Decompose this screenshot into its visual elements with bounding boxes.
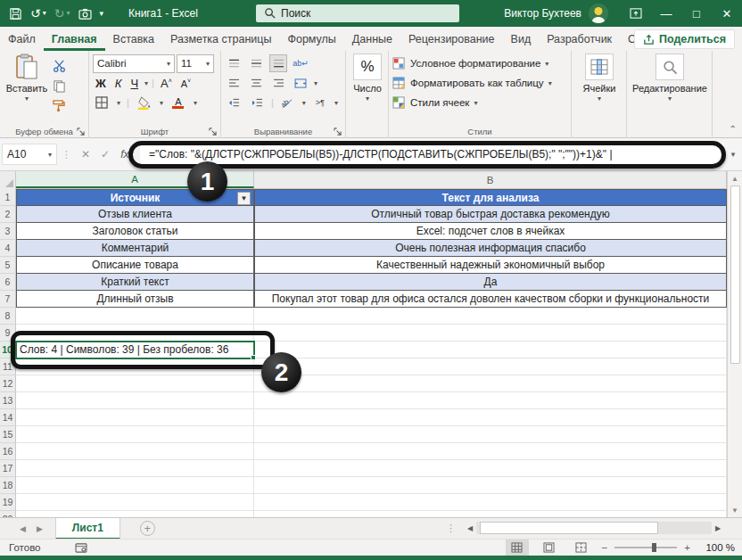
decrease-font-icon[interactable]: А˅ [178, 78, 194, 89]
cancel-entry-icon[interactable]: ✕ [76, 148, 95, 161]
number-format-button[interactable]: % Число ▾ [350, 54, 385, 121]
fill-handle[interactable] [251, 355, 256, 360]
orientation-icon[interactable]: ab [279, 94, 297, 111]
tab-разметка-страницы[interactable]: Разметка страницы [162, 27, 279, 51]
tab-splitter-handle[interactable]: ⋮ [446, 523, 457, 534]
align-top-icon[interactable] [225, 54, 243, 72]
cell-A18[interactable] [16, 477, 254, 494]
alignment-dialog-launcher-icon[interactable] [334, 128, 342, 136]
tab-вид[interactable]: Вид [503, 27, 540, 51]
horizontal-scrollbar[interactable]: ⋮ ◀ ▶ [446, 521, 724, 535]
decrease-indent-icon[interactable] [225, 94, 243, 111]
row-header-20[interactable]: 20 [0, 511, 16, 517]
page-layout-view-icon[interactable] [538, 539, 561, 556]
cell-A4[interactable]: Комментарий [16, 240, 254, 257]
maximize-button[interactable]: □ [681, 0, 712, 27]
cell-B4[interactable]: Очень полезная информация спасибо [254, 240, 727, 257]
italic-button[interactable]: К [112, 77, 125, 90]
name-box-dropdown-icon[interactable]: ▾ [48, 151, 52, 159]
cell-A9[interactable] [16, 325, 254, 342]
cell-B18[interactable] [254, 477, 727, 494]
normal-view-icon[interactable] [506, 539, 529, 556]
undo-button[interactable]: ↺▾ [30, 7, 46, 20]
row-header-5[interactable]: 5 [0, 257, 16, 274]
format-painter-icon[interactable] [50, 96, 68, 114]
row-header-6[interactable]: 6 [0, 274, 16, 291]
row-header-15[interactable]: 15 [0, 426, 16, 443]
row-header-1[interactable]: 1 [0, 189, 16, 206]
cell-B20[interactable] [254, 511, 727, 517]
cell-B12[interactable] [254, 375, 727, 392]
insert-function-icon[interactable]: fx [115, 148, 135, 161]
row-header-19[interactable]: 19 [0, 494, 16, 511]
bold-button[interactable]: Ж [93, 77, 109, 90]
paste-button[interactable]: Вставить ▾ [4, 54, 50, 121]
clipboard-dialog-launcher-icon[interactable] [77, 128, 86, 136]
cell-A1[interactable]: Источник▼ [16, 189, 254, 206]
cell-A14[interactable] [16, 409, 254, 426]
cell-B17[interactable] [254, 460, 727, 477]
fill-color-icon[interactable] [136, 94, 153, 111]
macro-record-icon[interactable] [75, 543, 87, 553]
cell-B5[interactable]: Качественный надежный экономичный выбор [254, 257, 727, 274]
align-middle-icon[interactable] [247, 54, 265, 72]
row-header-8[interactable]: 8 [0, 308, 16, 325]
row-header-14[interactable]: 14 [0, 409, 16, 426]
cell-A12[interactable] [16, 375, 254, 392]
horizontal-scroll-track[interactable] [476, 522, 712, 534]
editing-button[interactable]: Редактирование ▾ [631, 54, 709, 121]
scroll-down-icon[interactable]: ▼ [728, 503, 742, 517]
align-bottom-icon[interactable] [269, 54, 287, 72]
cell-B10[interactable] [254, 342, 727, 358]
cell-A16[interactable] [16, 443, 254, 460]
row-header-10[interactable]: 10 [0, 342, 16, 358]
formula-bar-expand-icon[interactable]: ▾ [724, 150, 742, 159]
cell-A3[interactable]: Заголовок статьи [16, 223, 254, 240]
tab-вставка[interactable]: Вставка [105, 27, 162, 51]
row-header-18[interactable]: 18 [0, 477, 16, 494]
cell-B8[interactable] [254, 308, 727, 325]
row-header-4[interactable]: 4 [0, 240, 16, 257]
row-header-7[interactable]: 7 [0, 291, 16, 308]
text-direction-icon[interactable]: >¶ [311, 94, 329, 111]
select-all-corner[interactable] [0, 171, 16, 189]
row-header-3[interactable]: 3 [0, 223, 16, 240]
tab-формулы[interactable]: Формулы [279, 27, 343, 51]
cell-A8[interactable] [16, 308, 254, 325]
cell-B11[interactable] [254, 358, 727, 375]
cut-icon[interactable] [50, 57, 68, 75]
cell-A15[interactable] [16, 426, 254, 443]
zoom-slider[interactable] [614, 547, 677, 548]
underline-button[interactable]: Ч [128, 77, 141, 90]
name-box[interactable]: A10 ▾ [2, 144, 57, 165]
avatar[interactable] [589, 4, 608, 23]
cell-A2[interactable]: Отзыв клиента [16, 206, 254, 223]
increase-font-icon[interactable]: А˄ [158, 77, 175, 90]
formula-input[interactable]: ="Слов: "&(ДЛСТР(СЖПРОБЕЛЫ(B5))-ДЛСТР(ПО… [140, 143, 724, 166]
scroll-left-icon[interactable]: ◀ [464, 524, 476, 532]
copy-icon[interactable] [50, 77, 68, 95]
column-header-a[interactable]: A [16, 171, 254, 188]
row-header-9[interactable]: 9 [0, 325, 16, 342]
cell-B13[interactable] [254, 392, 727, 409]
cell-A11[interactable] [16, 358, 254, 375]
format-as-table-button[interactable]: Форматировать как таблицу▾ [392, 73, 567, 93]
column-header-b[interactable]: B [254, 171, 727, 188]
tab-рецензирование[interactable]: Рецензирование [400, 27, 503, 51]
cell-A7[interactable]: Длинный отзыв [16, 291, 254, 308]
zoom-slider-thumb[interactable] [652, 543, 656, 552]
font-dialog-launcher-icon[interactable] [209, 128, 218, 136]
cell-A20[interactable] [16, 511, 254, 517]
scroll-right-icon[interactable]: ▶ [712, 524, 724, 532]
cell-B15[interactable] [254, 426, 727, 443]
cell-B2[interactable]: Отличный товар быстрая доставка рекоменд… [254, 206, 727, 223]
tab-файл[interactable]: Файл [0, 27, 44, 51]
cell-B16[interactable] [254, 443, 727, 460]
tab-разработчик[interactable]: Разработчик [539, 27, 620, 51]
row-header-12[interactable]: 12 [0, 375, 16, 392]
cell-B3[interactable]: Excel: подсчет слов в ячейках [254, 223, 727, 240]
underline-dropdown-icon[interactable]: ▾ [144, 79, 148, 87]
cell-A10[interactable]: Слов: 4 | Символов: 39 | Без пробелов: 3… [16, 342, 254, 358]
collapse-ribbon-icon[interactable]: ⌃ [730, 124, 737, 134]
cell-B19[interactable] [254, 494, 727, 511]
